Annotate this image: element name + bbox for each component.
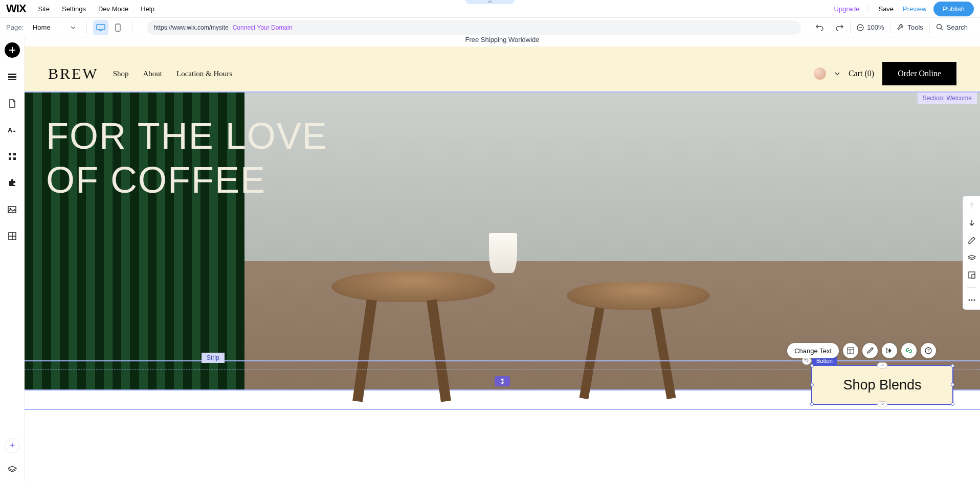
svg-point-29: [971, 300, 972, 301]
menu-help[interactable]: Help: [141, 5, 154, 13]
svg-text:?: ?: [927, 348, 930, 353]
layers-panel-button[interactable]: [5, 462, 20, 477]
svg-point-3: [118, 29, 119, 30]
nav-location[interactable]: Location & Hours: [176, 70, 232, 78]
desktop-view-button[interactable]: [93, 20, 108, 35]
search-button[interactable]: Search: [930, 18, 974, 37]
help-button[interactable]: ?: [921, 343, 936, 358]
more-icon: [968, 299, 975, 301]
connect-domain-link[interactable]: Connect Your Domain: [233, 24, 293, 31]
add-element-button[interactable]: [5, 42, 20, 58]
change-text-button[interactable]: Change Text: [787, 343, 839, 358]
url-bar[interactable]: https://www.wix.com/mysite Connect Your …: [147, 20, 801, 35]
hero-heading[interactable]: FOR THE LOVE OF COFFEE: [46, 114, 328, 202]
resize-handle-br[interactable]: [951, 402, 954, 406]
ai-assistant-button[interactable]: [5, 438, 20, 453]
zoom-value: 100%: [867, 24, 884, 31]
snap-indicator-bottom[interactable]: [877, 401, 887, 407]
apps-icon: [8, 152, 16, 160]
resize-handle-tr[interactable]: [951, 364, 954, 368]
resize-vertical-icon: [499, 378, 505, 384]
site-header[interactable]: BREW Shop About Location & Hours Cart (0…: [25, 47, 980, 91]
pencil-icon: [968, 237, 975, 244]
paintbrush-icon: [866, 347, 874, 354]
resize-handle-ml[interactable]: [810, 383, 814, 386]
editor-canvas[interactable]: Free Shipping Worldwide BREW Shop About …: [25, 37, 980, 482]
mobile-icon: [115, 24, 121, 32]
animation-button[interactable]: [882, 343, 897, 358]
site-url: https://www.wix.com/mysite: [154, 24, 229, 31]
layers-button[interactable]: [967, 253, 977, 263]
zoom-out-icon: [857, 24, 864, 31]
tools-button[interactable]: Tools: [890, 18, 929, 37]
layout-button[interactable]: [843, 343, 858, 358]
undo-button[interactable]: [809, 18, 830, 37]
more-button[interactable]: [967, 295, 977, 305]
business-panel-button[interactable]: [5, 175, 20, 191]
site-logo[interactable]: BREW: [48, 65, 99, 82]
grid-icon: [8, 232, 16, 240]
responsive-button[interactable]: [967, 270, 977, 280]
resize-handle-bl[interactable]: [810, 402, 814, 406]
shop-blends-button[interactable]: Button Shop Blends: [811, 365, 953, 405]
pages-panel-button[interactable]: [5, 96, 20, 111]
media-panel-button[interactable]: [5, 202, 20, 217]
plus-icon: [9, 47, 16, 54]
zoom-control[interactable]: 100%: [851, 18, 890, 37]
strip-label-badge[interactable]: Strip: [202, 353, 225, 363]
content-panel-button[interactable]: [5, 228, 20, 244]
design-button[interactable]: [862, 343, 878, 358]
announcement-bar[interactable]: Free Shipping Worldwide: [25, 37, 980, 47]
wix-logo: WIX: [6, 2, 26, 15]
selected-element-wrapper: Button Shop Blends: [811, 365, 953, 405]
resize-handle-tl[interactable]: [810, 364, 814, 368]
preview-button[interactable]: Preview: [903, 5, 926, 13]
rotate-icon: [804, 358, 809, 363]
publish-button[interactable]: Publish: [933, 2, 974, 16]
shop-blends-label: Shop Blends: [843, 377, 921, 393]
upgrade-link[interactable]: Upgrade: [834, 5, 860, 13]
order-online-button[interactable]: Order Online: [882, 62, 956, 85]
sections-panel-button[interactable]: [5, 69, 20, 84]
hero-section[interactable]: Section: Welcome FOR THE LOVE OF COFFEE …: [25, 91, 980, 391]
resize-handle-mr[interactable]: [951, 383, 954, 386]
puzzle-icon: [8, 179, 16, 187]
member-avatar[interactable]: [814, 67, 826, 80]
mobile-view-button[interactable]: [110, 20, 126, 35]
snap-down-icon: [880, 403, 884, 406]
left-sidebar: A: [0, 37, 25, 482]
move-down-button[interactable]: [967, 218, 977, 228]
link-icon: [905, 347, 912, 354]
apps-panel-button[interactable]: [5, 149, 20, 164]
save-button[interactable]: Save: [878, 5, 894, 13]
snap-indicator-top[interactable]: [877, 362, 887, 369]
top-expand-tab[interactable]: [465, 0, 515, 4]
chevron-down-icon[interactable]: [834, 71, 840, 77]
menu-settings[interactable]: Settings: [62, 5, 86, 13]
page-label: Page:: [6, 24, 24, 31]
image-icon: [8, 206, 16, 213]
section-resize-handle[interactable]: [495, 376, 510, 386]
nav-about[interactable]: About: [143, 70, 163, 78]
design-panel-button[interactable]: A: [5, 122, 20, 137]
svg-rect-10: [8, 79, 16, 80]
nav-shop[interactable]: Shop: [113, 70, 129, 78]
section-label-badge[interactable]: Section: Welcome: [918, 93, 977, 104]
menu-devmode[interactable]: Dev Mode: [98, 5, 128, 13]
redo-button[interactable]: [830, 18, 850, 37]
edit-button[interactable]: [967, 235, 977, 245]
svg-rect-21: [848, 348, 854, 354]
svg-text:A: A: [8, 126, 13, 134]
cart-link[interactable]: Cart (0): [849, 69, 874, 78]
svg-rect-13: [13, 153, 16, 155]
element-action-toolbar: Change Text ?: [787, 343, 936, 358]
link-button[interactable]: [901, 343, 917, 358]
hero-line-1: FOR THE LOVE: [46, 114, 328, 158]
chevron-down-icon: [70, 25, 76, 31]
sparkle-icon: [8, 442, 16, 450]
move-up-button[interactable]: [967, 200, 977, 211]
menu-site[interactable]: Site: [38, 5, 50, 13]
site-nav: Shop About Location & Hours: [113, 70, 233, 78]
svg-rect-0: [97, 25, 105, 30]
page-selector[interactable]: Home: [29, 21, 80, 33]
